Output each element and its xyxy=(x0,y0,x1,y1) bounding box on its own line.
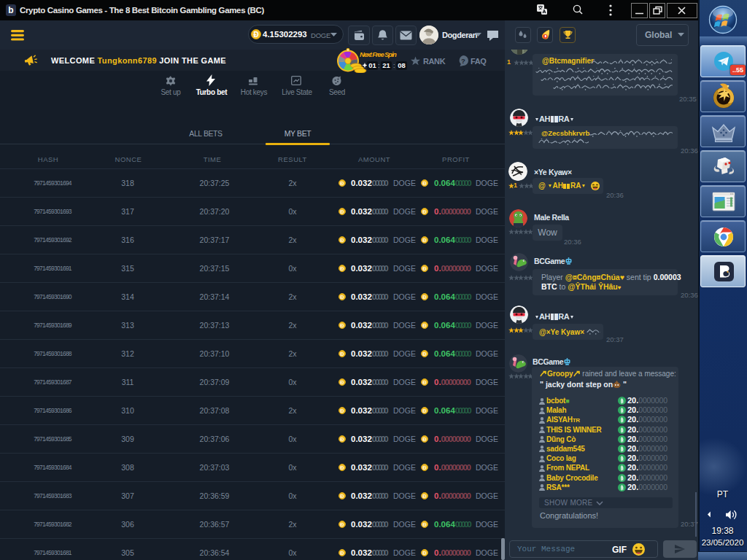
svg-text:?: ? xyxy=(461,57,465,65)
